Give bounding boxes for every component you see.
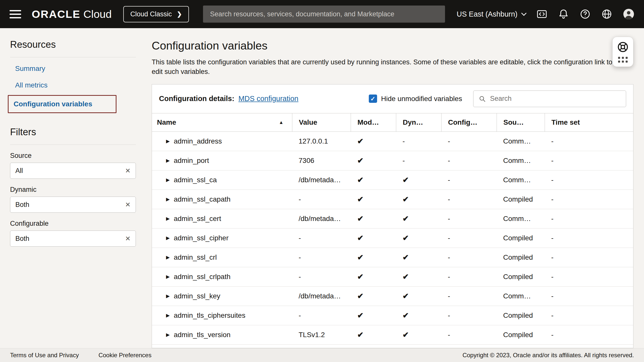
column-header-config[interactable]: Config… [441, 113, 497, 131]
checkbox-checked-icon[interactable]: ✓ [369, 95, 377, 103]
cell-value: 7306 [292, 151, 351, 170]
mds-configuration-link[interactable]: MDS configuration [238, 95, 299, 103]
column-header-mod[interactable]: Mod… [351, 113, 396, 131]
cell-name: ▶admin_address [152, 132, 292, 151]
logo-oracle-text: ORACLE [32, 8, 80, 20]
table-row-admin-ssl-cert[interactable]: ▶admin_ssl_cert/db/metada…✔✔-Comm…- [152, 209, 633, 229]
cell-name: ▶admin_ssl_capath [152, 190, 292, 209]
footer-link-terms-of-use-and-privacy[interactable]: Terms of Use and Privacy [10, 352, 79, 359]
column-header-value[interactable]: Value [292, 113, 351, 131]
cell-modified: ✔ [351, 267, 396, 286]
cell-name: ▶admin_ssl_crl [152, 248, 292, 267]
cell-configurable: - [441, 151, 497, 170]
cell-dynamic: - [396, 151, 441, 170]
cell-value: /db/metada… [292, 209, 351, 228]
table-row-admin-tls-version[interactable]: ▶admin_tls_versionTLSv1.2✔✔-Compiled- [152, 325, 633, 345]
user-avatar[interactable] [623, 8, 634, 20]
expand-caret-icon[interactable]: ▶ [166, 196, 170, 202]
copyright-text: Copyright © 2023, Oracle and/or its affi… [462, 352, 634, 359]
sidebar-item-all-metrics[interactable]: All metrics [10, 77, 136, 94]
cell-source: Compiled [497, 190, 545, 209]
hide-unmodified-checkbox[interactable]: ✓ Hide unmodified variables [369, 95, 462, 103]
globe-language-icon[interactable] [601, 9, 612, 20]
check-icon: ✔ [403, 195, 409, 204]
table-row-admin-tls-ciphersuites[interactable]: ▶admin_tls_ciphersuites-✔✔-Compiled- [152, 306, 633, 325]
table-row-admin-ssl-crl[interactable]: ▶admin_ssl_crl-✔✔-Compiled- [152, 248, 633, 267]
filter-value: Both [15, 235, 29, 243]
variable-name: admin_tls_ciphersuites [174, 311, 246, 320]
table-search-input[interactable] [490, 95, 621, 103]
expand-caret-icon[interactable]: ▶ [166, 312, 170, 318]
expand-caret-icon[interactable]: ▶ [166, 254, 170, 260]
filter-value: Both [15, 201, 29, 209]
content-area: Resources SummaryAll metricsConfiguratio… [0, 28, 644, 348]
top-nav: ORACLE Cloud Cloud Classic ❯ US East (As… [0, 0, 644, 28]
table-row-admin-port[interactable]: ▶admin_port7306✔--Comm…- [152, 151, 633, 170]
filter-select-configurable[interactable]: Both✕ [10, 231, 136, 247]
cell-configurable: - [441, 306, 497, 325]
clear-filter-icon[interactable]: ✕ [125, 167, 131, 175]
help-icon[interactable] [580, 9, 591, 20]
expand-caret-icon[interactable]: ▶ [166, 177, 170, 183]
cell-source: Compiled [497, 325, 545, 344]
sort-ascending-icon[interactable]: ▲ [279, 120, 284, 125]
table-row-admin-ssl-crlpath[interactable]: ▶admin_ssl_crlpath-✔✔-Compiled- [152, 267, 633, 287]
filter-select-dynamic[interactable]: Both✕ [10, 197, 136, 213]
cell-source: Compiled [497, 248, 545, 267]
global-search-bar[interactable] [203, 6, 445, 23]
table-row-admin-ssl-key[interactable]: ▶admin_ssl_key/db/metada…✔✔-Comm…- [152, 287, 633, 306]
table-row-admin-ssl-capath[interactable]: ▶admin_ssl_capath-✔✔-Compiled- [152, 190, 633, 209]
oracle-cloud-logo[interactable]: ORACLE Cloud [32, 8, 112, 20]
expand-caret-icon[interactable]: ▶ [166, 235, 170, 241]
main-panel: Configuration variables This table lists… [142, 28, 644, 348]
variable-name: admin_tls_version [174, 331, 231, 339]
check-icon: ✔ [357, 175, 364, 184]
column-header-time-set[interactable]: Time set [545, 113, 633, 131]
expand-caret-icon[interactable]: ▶ [166, 216, 170, 221]
column-header-dyn[interactable]: Dyn… [396, 113, 441, 131]
column-header-name[interactable]: Name▲ [152, 113, 292, 131]
cell-configurable: - [441, 325, 497, 344]
notifications-bell-icon[interactable] [558, 9, 569, 20]
sidebar-item-summary[interactable]: Summary [10, 60, 136, 77]
column-header-sou[interactable]: Sou… [497, 113, 545, 131]
table-row-admin-ssl-cipher[interactable]: ▶admin_ssl_cipher-✔✔-Compiled- [152, 229, 633, 248]
oracle-cloud-console: ORACLE Cloud Cloud Classic ❯ US East (As… [0, 0, 644, 362]
clear-filter-icon[interactable]: ✕ [125, 235, 131, 243]
table-search-box[interactable] [473, 90, 626, 107]
expand-caret-icon[interactable]: ▶ [166, 274, 170, 280]
check-icon: ✔ [357, 253, 364, 262]
expand-caret-icon[interactable]: ▶ [166, 293, 170, 299]
clear-filter-icon[interactable]: ✕ [125, 201, 131, 209]
sidebar-item-configuration-variables[interactable]: Configuration variables [8, 95, 116, 113]
table-row-admin-ssl-ca[interactable]: ▶admin_ssl_ca/db/metada…✔✔-Comm…- [152, 170, 633, 190]
check-icon: ✔ [403, 214, 409, 223]
cloud-shell-icon[interactable] [536, 9, 547, 20]
check-icon: ✔ [357, 330, 364, 339]
chevron-down-icon [521, 10, 527, 16]
filter-label-source: Source [10, 152, 136, 160]
region-selector[interactable]: US East (Ashburn) [457, 10, 526, 18]
expand-caret-icon[interactable]: ▶ [166, 138, 170, 144]
cell-dynamic: ✔ [396, 190, 441, 209]
hamburger-menu-icon[interactable] [10, 10, 21, 18]
cell-source: Compiled [497, 306, 545, 325]
check-icon: ✔ [403, 272, 409, 281]
cell-modified: ✔ [351, 306, 396, 325]
global-search-input[interactable] [203, 10, 445, 18]
table-row-admin-address[interactable]: ▶admin_address127.0.0.1✔--Comm…- [152, 132, 633, 151]
expand-caret-icon[interactable]: ▶ [166, 332, 170, 338]
column-header-label: Time set [551, 118, 580, 126]
floating-launcher-widget[interactable] [612, 37, 633, 67]
filter-select-source[interactable]: All✕ [10, 163, 136, 179]
expand-caret-icon[interactable]: ▶ [166, 158, 170, 163]
variable-name: admin_ssl_ca [174, 176, 217, 184]
cloud-classic-button[interactable]: Cloud Classic ❯ [123, 6, 189, 22]
cell-value: /db/metada… [292, 170, 351, 190]
footer-link-cookie-preferences[interactable]: Cookie Preferences [98, 352, 151, 359]
cell-time-set: - [545, 325, 633, 344]
check-icon: ✔ [403, 311, 409, 320]
cell-time-set: - [545, 132, 633, 151]
column-header-label: Name [157, 118, 176, 126]
column-header-label: Config… [448, 118, 477, 126]
